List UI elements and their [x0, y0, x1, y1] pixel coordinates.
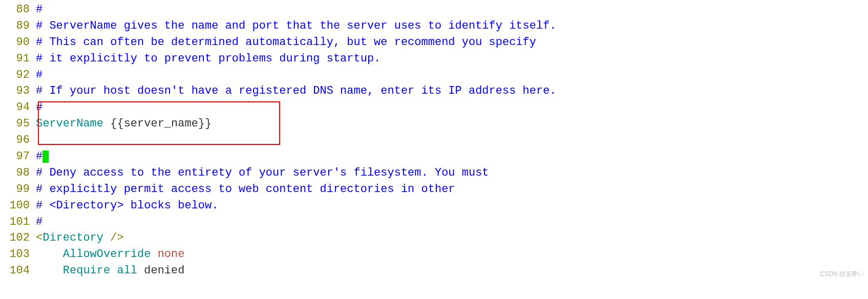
code-line[interactable]: 101# [0, 214, 868, 230]
text-cursor [43, 151, 49, 163]
token: Require [63, 264, 110, 277]
line-number: 100 [0, 198, 36, 214]
line-number: 91 [0, 51, 36, 67]
line-number: 90 [0, 34, 36, 51]
token [36, 264, 63, 277]
line-content: # This can often be determined automatic… [36, 34, 868, 51]
line-content: # [36, 2, 868, 18]
line-content: # ServerName gives the name and port tha… [36, 18, 868, 34]
token: none [158, 248, 185, 261]
line-content: <Directory /> [36, 230, 868, 246]
line-number: 94 [0, 99, 36, 116]
line-content: # explicitly permit access to web conten… [36, 181, 868, 198]
token: # Deny access to the entirety of your se… [36, 166, 489, 179]
line-number: 102 [0, 230, 36, 246]
token [36, 248, 63, 261]
token: AllowOverride [63, 248, 151, 261]
line-content: AllowOverride none [36, 246, 868, 263]
line-content: Require all denied [36, 263, 868, 279]
line-content: # <Directory> blocks below. [36, 198, 868, 214]
token: all [117, 264, 137, 277]
line-content: # [36, 67, 868, 83]
token: {{server_name}} [103, 117, 211, 130]
token: # [36, 69, 43, 81]
token: < [36, 231, 43, 244]
token [110, 264, 117, 277]
code-line[interactable]: 90# This can often be determined automat… [0, 34, 868, 51]
token: # [36, 101, 43, 114]
code-line[interactable]: 92# [0, 67, 868, 83]
line-content: ServerName {{server_name}} [36, 116, 868, 132]
line-number: 89 [0, 18, 36, 34]
token: # [36, 216, 43, 228]
token: # it explicitly to prevent problems duri… [36, 52, 380, 65]
line-number: 98 [0, 165, 36, 181]
code-line[interactable]: 93# If your host doesn't have a register… [0, 83, 868, 99]
code-line[interactable]: 100# <Directory> blocks below. [0, 198, 868, 214]
code-line[interactable]: 88# [0, 2, 868, 18]
code-line[interactable]: 104 Require all denied [0, 263, 868, 279]
line-content [36, 132, 868, 148]
token: # This can often be determined automatic… [36, 36, 536, 49]
code-line[interactable]: 94# [0, 99, 868, 116]
token: # explicitly permit access to web conten… [36, 183, 455, 196]
token: # [36, 150, 43, 163]
line-number: 97 [0, 148, 36, 165]
token: # ServerName gives the name and port tha… [36, 19, 557, 32]
line-content: # Deny access to the entirety of your se… [36, 165, 868, 181]
code-line[interactable]: 103 AllowOverride none [0, 246, 868, 263]
code-line[interactable]: 91# it explicitly to prevent problems du… [0, 51, 868, 67]
line-number: 101 [0, 214, 36, 230]
token: # If your host doesn't have a registered… [36, 84, 557, 97]
token: ServerName [36, 117, 103, 130]
line-number: 99 [0, 181, 36, 198]
code-line[interactable]: 99# explicitly permit access to web cont… [0, 181, 868, 198]
line-content: # [36, 99, 868, 116]
line-content: # If your host doesn't have a registered… [36, 83, 868, 99]
code-line[interactable]: 102<Directory /> [0, 230, 868, 246]
token: # [36, 3, 43, 16]
code-line[interactable]: 89# ServerName gives the name and port t… [0, 18, 868, 34]
token: Directory [43, 231, 103, 244]
line-content: # it explicitly to prevent problems duri… [36, 51, 868, 67]
token: # <Directory> blocks below. [36, 199, 218, 212]
line-number: 92 [0, 67, 36, 83]
code-container: 88#89# ServerName gives the name and por… [0, 2, 868, 279]
code-line[interactable]: 98# Deny access to the entirety of your … [0, 165, 868, 181]
token: denied [137, 264, 184, 277]
line-number: 103 [0, 246, 36, 263]
line-number: 104 [0, 263, 36, 279]
watermark: CSDN @楽夢い [820, 270, 864, 279]
token: /> [103, 231, 124, 244]
code-line[interactable]: 95ServerName {{server_name}} [0, 116, 868, 132]
line-number: 96 [0, 132, 36, 148]
line-number: 93 [0, 83, 36, 99]
line-number: 88 [0, 2, 36, 18]
line-content: # [36, 148, 868, 165]
line-content: # [36, 214, 868, 230]
code-line[interactable]: 97# [0, 148, 868, 165]
code-line[interactable]: 96 [0, 132, 868, 148]
token [151, 248, 157, 261]
line-number: 95 [0, 116, 36, 132]
